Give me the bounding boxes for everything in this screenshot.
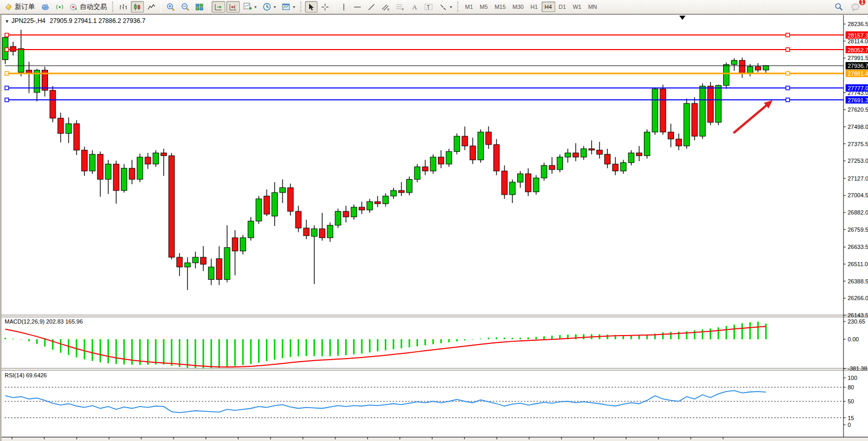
candle-bearish[interactable] — [525, 174, 531, 192]
candle-bullish[interactable] — [684, 103, 690, 146]
line-anchor[interactable] — [786, 33, 790, 37]
line-anchor[interactable] — [5, 48, 9, 52]
candle-bullish[interactable] — [509, 182, 515, 195]
timeframe-M15[interactable]: M15 — [492, 2, 509, 12]
templates-button[interactable]: ▾ — [279, 1, 298, 13]
candle-bearish[interactable] — [502, 171, 507, 195]
candle-bearish[interactable] — [10, 46, 16, 51]
line-anchor[interactable] — [786, 48, 790, 52]
candle-bullish[interactable] — [446, 151, 452, 164]
candle-bearish[interactable] — [232, 238, 238, 251]
chart-shift-button[interactable] — [226, 1, 240, 13]
candle-bearish[interactable] — [605, 154, 610, 164]
candle-bearish[interactable] — [399, 190, 405, 193]
candle-bearish[interactable] — [359, 207, 365, 210]
candle-bullish[interactable] — [430, 157, 436, 171]
text-tool[interactable]: A — [408, 1, 421, 13]
candle-bearish[interactable] — [486, 132, 492, 145]
candle-bullish[interactable] — [581, 149, 586, 157]
candle-bearish[interactable] — [462, 136, 468, 146]
add-indicator-button[interactable]: ▾ — [241, 1, 259, 13]
candle-bearish[interactable] — [288, 188, 294, 211]
candle-bullish[interactable] — [248, 221, 254, 238]
candle-bullish[interactable] — [90, 154, 95, 171]
candle-bearish[interactable] — [597, 150, 603, 154]
notifications-button[interactable]: 1 — [849, 1, 863, 13]
line-anchor[interactable] — [5, 98, 9, 102]
horizontal-line-tool[interactable] — [351, 1, 364, 13]
candle-bearish[interactable] — [82, 150, 88, 171]
candle-bullish[interactable] — [557, 157, 563, 170]
tile-windows-button[interactable] — [193, 1, 206, 13]
candle-bullish[interactable] — [731, 61, 737, 65]
candle-bearish[interactable] — [676, 139, 682, 146]
candle-bearish[interactable] — [74, 124, 79, 150]
candle-bullish[interactable] — [351, 207, 357, 217]
candle-bearish[interactable] — [422, 167, 428, 171]
timeframe-H1[interactable]: H1 — [527, 2, 541, 12]
candle-bullish[interactable] — [454, 136, 460, 151]
candle-bearish[interactable] — [637, 153, 642, 156]
candle-bullish[interactable] — [311, 229, 317, 236]
candle-bullish[interactable] — [390, 190, 396, 196]
line-anchor[interactable] — [5, 33, 9, 37]
candle-bullish[interactable] — [137, 157, 143, 180]
candle-bearish[interactable] — [177, 257, 182, 267]
candle-bullish[interactable] — [763, 66, 769, 70]
candle-bearish[interactable] — [320, 229, 325, 237]
candle-bearish[interactable] — [161, 153, 167, 156]
candle-bearish[interactable] — [303, 228, 309, 236]
text-label-tool[interactable]: T — [422, 1, 435, 13]
fibonacci-tool[interactable]: F — [394, 1, 407, 13]
candle-bearish[interactable] — [201, 257, 206, 264]
candle-bullish[interactable] — [121, 168, 127, 190]
candle-bullish[interactable] — [628, 153, 634, 163]
candle-bullish[interactable] — [66, 124, 71, 134]
candle-bearish[interactable] — [375, 201, 381, 204]
candle-bullish[interactable] — [644, 132, 650, 156]
periods-button[interactable]: ▾ — [260, 1, 278, 13]
line-anchor[interactable] — [5, 86, 9, 90]
cursor-tool-button[interactable] — [305, 1, 317, 13]
candle-bullish[interactable] — [153, 153, 158, 164]
candle-bullish[interactable] — [18, 49, 24, 72]
candle-bullish[interactable] — [652, 89, 658, 132]
candle-bearish[interactable] — [668, 132, 674, 139]
candle-bearish[interactable] — [589, 149, 594, 150]
candle-bullish[interactable] — [724, 65, 729, 86]
candle-bullish[interactable] — [565, 153, 571, 157]
candle-bullish[interactable] — [209, 267, 214, 280]
equidistant-channel-tool[interactable]: E — [379, 1, 393, 13]
candle-bearish[interactable] — [438, 157, 444, 164]
market-watch-button[interactable] — [39, 1, 52, 13]
candle-bullish[interactable] — [747, 67, 753, 74]
candle-bearish[interactable] — [660, 89, 666, 132]
candle-bearish[interactable] — [613, 164, 618, 171]
candle-bearish[interactable] — [494, 145, 499, 171]
vertical-line-tool[interactable] — [337, 1, 350, 13]
trendline-tool[interactable] — [365, 1, 378, 13]
collapse-triangle-icon[interactable]: ▼ — [5, 19, 9, 24]
candle-bearish[interactable] — [50, 90, 56, 118]
search-button[interactable] — [832, 1, 846, 13]
timeframe-H4[interactable]: H4 — [542, 2, 555, 12]
timeframe-M30[interactable]: M30 — [509, 2, 527, 12]
zoom-in-button[interactable] — [164, 1, 177, 13]
chart-shift-marker[interactable] — [679, 16, 686, 20]
candle-bearish[interactable] — [755, 67, 761, 70]
crosshair-tool-button[interactable] — [319, 1, 332, 13]
candle-bullish[interactable] — [533, 178, 539, 192]
arrows-tool[interactable]: ▾ — [436, 1, 455, 13]
candle-bullish[interactable] — [256, 199, 262, 221]
candle-bearish[interactable] — [26, 70, 32, 73]
candle-bullish[interactable] — [335, 211, 341, 225]
candle-bearish[interactable] — [264, 196, 270, 214]
candle-bullish[interactable] — [414, 167, 420, 180]
candle-bearish[interactable] — [113, 164, 119, 190]
timeframe-D1[interactable]: D1 — [556, 2, 569, 12]
candle-bearish[interactable] — [692, 103, 698, 136]
candle-bullish[interactable] — [620, 163, 626, 171]
timeframe-W1[interactable]: W1 — [570, 2, 585, 12]
timeframe-M1[interactable]: M1 — [462, 2, 476, 12]
candle-bearish[interactable] — [296, 211, 301, 228]
